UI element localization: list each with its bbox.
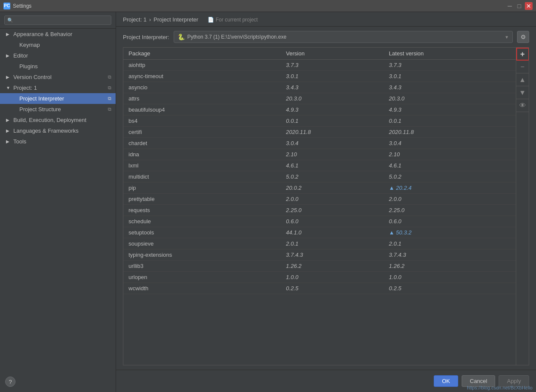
package-version: 0.2.5 (281, 283, 384, 294)
search-wrapper[interactable]: 🔍 (4, 15, 111, 25)
package-version: 3.7.4.3 (281, 249, 384, 261)
expand-arrow: ▼ (6, 85, 11, 90)
main-container: 🔍 ▶ Appearance & Behavior ▶ Keymap ▶ Edi… (0, 12, 536, 392)
ok-button[interactable]: OK (434, 375, 458, 387)
interpreter-label: Project Interpreter: (123, 34, 169, 40)
package-version: 20.0.2 (281, 182, 384, 194)
close-button[interactable]: ✕ (525, 2, 533, 10)
sidebar-item-project-1[interactable]: ▼ Project: 1 ⧉ (0, 82, 116, 93)
package-version: 4.9.3 (281, 104, 384, 115)
col-latest-version: Latest version (384, 48, 516, 60)
interpreter-gear-button[interactable]: ⚙ (517, 31, 529, 43)
sidebar-item-build-execution[interactable]: ▶ Build, Execution, Deployment (0, 115, 116, 125)
sidebar-item-label: Build, Execution, Deployment (13, 117, 86, 123)
package-name: requests (123, 205, 281, 216)
expand-arrow: ▶ (6, 32, 11, 36)
table-row[interactable]: attrs20.3.020.3.0 (123, 93, 516, 104)
remove-package-button[interactable]: − (516, 61, 529, 73)
table-row[interactable]: async-timeout3.0.13.0.1 (123, 71, 516, 82)
content-panel: Project: 1 › Project Interpreter 📄 For c… (116, 12, 536, 392)
table-row[interactable]: idna2.102.10 (123, 149, 516, 160)
breadcrumb-project: Project: 1 (123, 16, 147, 23)
table-row[interactable]: beautifulsoup44.9.34.9.3 (123, 104, 516, 115)
sidebar-item-label: Version Control (13, 74, 52, 80)
note-text: For current project (216, 17, 258, 23)
table-row[interactable]: certifi2020.11.82020.11.8 (123, 127, 516, 138)
sidebar-item-project-structure[interactable]: ▶ Project Structure ⧉ (0, 104, 116, 115)
package-latest-version: 5.0.2 (384, 171, 516, 182)
sidebar-item-project-interpreter[interactable]: ▶ Project Interpreter ⧉ (0, 93, 116, 104)
title-bar: PC Settings ─ □ ✕ (0, 0, 536, 12)
toggle-visibility-button[interactable]: 👁 (516, 99, 529, 112)
package-version: 5.0.2 (281, 171, 384, 182)
maximize-button[interactable]: □ (515, 2, 523, 10)
expand-arrow: ▶ (6, 75, 11, 79)
package-name: beautifulsoup4 (123, 104, 281, 115)
package-name: urlopen (123, 272, 281, 283)
table-row[interactable]: requests2.25.02.25.0 (123, 205, 516, 216)
table-row[interactable]: schedule0.6.00.6.0 (123, 216, 516, 227)
sidebar-item-editor[interactable]: ▶ Editor (0, 50, 116, 61)
package-latest-version: 20.3.0 (384, 93, 516, 104)
table-row[interactable]: wcwidth0.2.50.2.5 (123, 283, 516, 294)
package-version: 0.0.1 (281, 115, 384, 127)
sidebar-item-label: Languages & Frameworks (13, 128, 79, 134)
sidebar-item-version-control[interactable]: ▶ Version Control ⧉ (0, 72, 116, 82)
sidebar-item-appearance-behavior[interactable]: ▶ Appearance & Behavior (0, 29, 116, 40)
gear-icon: ⚙ (521, 33, 526, 40)
table-row[interactable]: urlopen1.0.01.0.0 (123, 272, 516, 283)
package-name: bs4 (123, 115, 281, 127)
expand-arrow: ▶ (6, 139, 11, 144)
package-name: typing-extensions (123, 249, 281, 261)
scroll-up-button[interactable]: ▲ (516, 73, 529, 86)
package-version: 2.10 (281, 149, 384, 160)
table-row[interactable]: aiohttp3.7.33.7.3 (123, 60, 516, 71)
sidebar-item-label: Appearance & Behavior (13, 31, 72, 37)
sidebar-item-languages-frameworks[interactable]: ▶ Languages & Frameworks (0, 125, 116, 136)
table-row[interactable]: prettytable2.0.02.0.0 (123, 194, 516, 205)
package-latest-version: 3.7.4.3 (384, 249, 516, 261)
app-icon: PC (3, 3, 10, 9)
table-row[interactable]: soupsieve2.0.12.0.1 (123, 238, 516, 249)
package-area: Package Version Latest version aiohttp3.… (123, 47, 529, 365)
package-version: 4.6.1 (281, 160, 384, 171)
interpreter-select[interactable]: 🐍 Python 3.7 (1) E:\1\venv\Scripts\pytho… (174, 31, 513, 43)
search-icon: 🔍 (7, 18, 13, 23)
help-icon: ? (9, 379, 12, 385)
package-latest-version: 2.25.0 (384, 205, 516, 216)
help-button[interactable]: ? (5, 377, 15, 387)
sidebar-item-label: Editor (13, 52, 28, 59)
breadcrumb: Project: 1 › Project Interpreter 📄 For c… (116, 12, 536, 27)
package-version: 20.3.0 (281, 93, 384, 104)
package-version: 2.0.0 (281, 194, 384, 205)
package-table-wrap: Package Version Latest version aiohttp3.… (123, 48, 516, 365)
table-row[interactable]: typing-extensions3.7.4.33.7.4.3 (123, 249, 516, 261)
sidebar-item-tools[interactable]: ▶ Tools (0, 136, 116, 147)
sidebar-item-plugins[interactable]: ▶ Plugins (0, 61, 116, 72)
breadcrumb-page: Project Interpreter (153, 16, 198, 23)
package-latest-version: ▲ 50.3.2 (384, 227, 516, 238)
table-row[interactable]: lxml4.6.14.6.1 (123, 160, 516, 171)
package-name: soupsieve (123, 238, 281, 249)
package-latest-version: 0.6.0 (384, 216, 516, 227)
add-package-button[interactable]: + (516, 48, 529, 61)
minimize-button[interactable]: ─ (506, 2, 514, 10)
table-row[interactable]: bs40.0.10.0.1 (123, 115, 516, 127)
table-row[interactable]: multidict5.0.25.0.2 (123, 171, 516, 182)
package-version: 2020.11.8 (281, 127, 384, 138)
package-name: chardet (123, 138, 281, 149)
table-row[interactable]: urllib31.26.21.26.2 (123, 261, 516, 272)
package-version: 3.0.1 (281, 71, 384, 82)
table-row[interactable]: pip20.0.2▲ 20.2.4 (123, 182, 516, 194)
table-row[interactable]: asyncio3.4.33.4.3 (123, 82, 516, 93)
package-latest-version: 3.7.3 (384, 60, 516, 71)
package-name: pip (123, 182, 281, 194)
package-latest-version: 4.9.3 (384, 104, 516, 115)
table-row[interactable]: setuptools44.1.0▲ 50.3.2 (123, 227, 516, 238)
table-row[interactable]: chardet3.0.43.0.4 (123, 138, 516, 149)
search-input[interactable] (15, 17, 108, 23)
sidebar-item-keymap[interactable]: ▶ Keymap (0, 40, 116, 50)
package-latest-version: 4.6.1 (384, 160, 516, 171)
package-latest-version: 2.10 (384, 149, 516, 160)
scroll-down-button[interactable]: ▼ (516, 86, 529, 99)
